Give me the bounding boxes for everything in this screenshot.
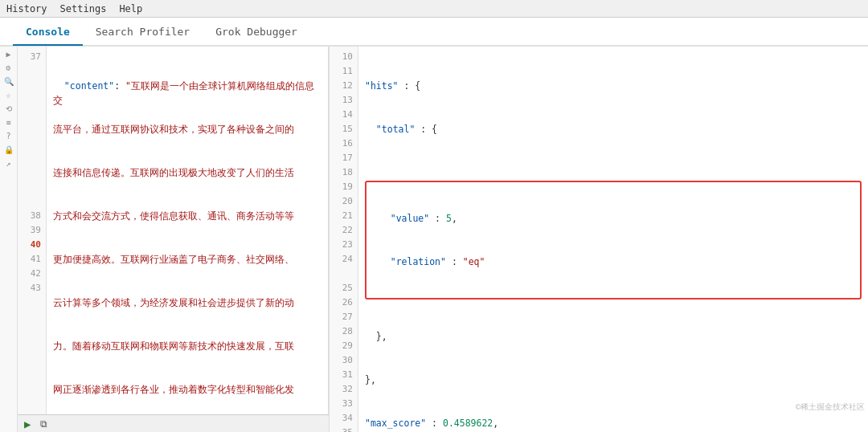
menu-history[interactable]: History [6, 3, 47, 14]
line-numbers: 37 38 39 40 41 [18, 47, 47, 432]
left-sidebar: ▶ ⚙ 🔍 ☆ ⟲ ≡ ? 🔒 ↗ [0, 47, 18, 432]
right-panel: 10 11 12 13 14 15 16 17 18 19 20 21 22 2… [330, 47, 868, 432]
code-lines[interactable]: "content": "互联网是一个由全球计算机网络组成的信息交 流平台，通过互… [47, 47, 328, 432]
bookmark-icon[interactable]: ☆ [6, 91, 10, 100]
tab-bar: Console Search Profiler Grok Debugger [0, 18, 868, 47]
left-toolbar: ▶ ⧉ [18, 414, 329, 432]
tab-console[interactable]: Console [13, 19, 83, 46]
history-icon[interactable]: ⟲ [6, 104, 12, 113]
tab-search-profiler[interactable]: Search Profiler [83, 19, 203, 46]
settings-icon[interactable]: ⚙ [6, 63, 10, 72]
copy-button[interactable]: ⧉ [40, 418, 47, 430]
collapse-icon[interactable]: ▶ [6, 50, 10, 59]
right-line-numbers: 10 11 12 13 14 15 16 17 18 19 20 21 22 2… [330, 47, 358, 432]
code-editor[interactable]: 37 38 39 40 41 [18, 47, 328, 432]
play-button[interactable]: ▶ [24, 418, 31, 430]
help-icon[interactable]: ? [6, 132, 10, 141]
menu-bar: History Settings Help [0, 0, 868, 18]
share-icon[interactable]: ↗ [6, 159, 10, 168]
search-icon[interactable]: 🔍 [4, 77, 14, 86]
left-code-panel[interactable]: 37 38 39 40 41 [18, 47, 329, 432]
right-code-area: 10 11 12 13 14 15 16 17 18 19 20 21 22 2… [330, 47, 868, 432]
lock-icon[interactable]: 🔒 [4, 145, 14, 154]
watermark: ©稀土掘金技术社区 [796, 401, 865, 413]
menu-help[interactable]: Help [119, 3, 142, 14]
main-content: ▶ ⚙ 🔍 ☆ ⟲ ≡ ? 🔒 ↗ 37 [0, 47, 868, 432]
filter-icon[interactable]: ≡ [6, 118, 10, 127]
right-code-lines: "hits" : { "total" : { "value" : 5, "rel… [358, 47, 868, 432]
menu-settings[interactable]: Settings [60, 3, 107, 14]
tab-grok-debugger[interactable]: Grok Debugger [203, 19, 310, 46]
